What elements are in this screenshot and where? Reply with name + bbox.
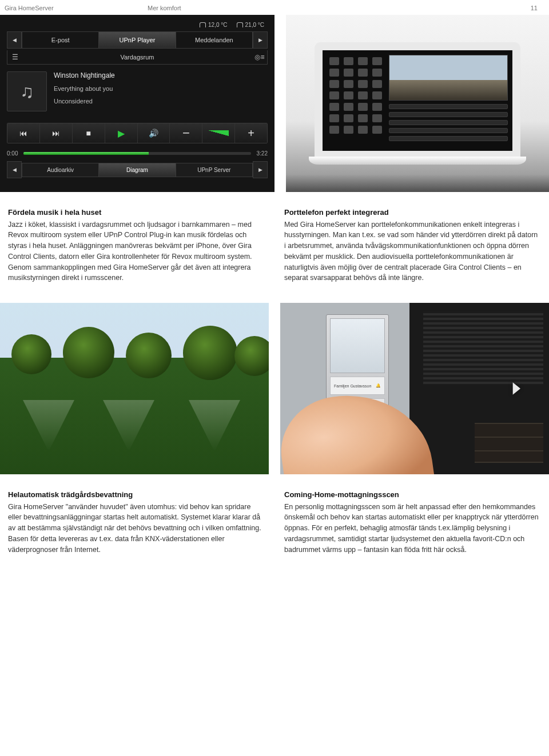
progress-row: 0:00 3:22 — [7, 150, 268, 157]
col-music: Fördela musik i hela huset Jazz i köket,… — [8, 207, 265, 283]
laptop-screen-main — [389, 55, 508, 146]
door-station-screen — [330, 318, 385, 373]
sources-next-button[interactable]: ▶ — [253, 161, 268, 178]
tabs-next-button[interactable]: ▶ — [253, 31, 268, 49]
nameplate-label: Familjen Gustavsson — [334, 384, 371, 388]
garden-photo — [0, 303, 269, 474]
page-number: 11 — [515, 5, 538, 11]
bookshelf — [475, 423, 543, 463]
heading-garden: Helautomatisk trädgårdsbevattning — [8, 489, 265, 501]
laptop-screen-icon-grid — [327, 55, 384, 146]
progress-track[interactable] — [23, 152, 250, 155]
upnp-player-panel: 12,0 °C 21,0 °C ◀ E-post UPnP Player Med… — [0, 15, 274, 192]
volume-up-button[interactable]: + — [235, 123, 267, 143]
tree-icon — [126, 333, 172, 378]
hand — [280, 385, 435, 474]
stop-button[interactable]: ■ — [73, 123, 105, 143]
paragraph-music: Jazz i köket, klassiskt i vardagsrummet … — [8, 219, 265, 284]
transport-controls: ⏮ ⏭ ■ ▶ 🔊 − + — [7, 123, 268, 143]
source-tabs: Audioarkiv Diagram UPnP Server — [22, 163, 253, 177]
sprinkler-icon — [103, 400, 154, 451]
tab-messages[interactable]: Meddelanden — [176, 32, 252, 48]
text-block-2: Helautomatisk trädgårdsbevattning Gira H… — [0, 474, 549, 574]
top-tabs-row: ◀ E-post UPnP Player Meddelanden ▶ — [7, 31, 268, 49]
music-note-icon: ♫ — [20, 81, 34, 102]
volume-down-button[interactable]: − — [170, 123, 202, 143]
cloud-icon — [200, 22, 206, 27]
tree-icon — [63, 327, 114, 378]
bell-icon: 🔔 — [376, 383, 381, 388]
paragraph-cominghome: En personlig mottagningsscen som är helt… — [284, 502, 541, 555]
track-title: Unconsidered — [54, 98, 115, 105]
album-cover: ♫ — [7, 71, 47, 111]
sources-prev-button[interactable]: ◀ — [7, 161, 22, 178]
col-cominghome: Coming-Home-mottagningsscen En personlig… — [284, 489, 541, 555]
track-album: Everything about you — [54, 85, 115, 92]
col-doorphone: Porttelefon perfekt integrerad Med Gira … — [284, 207, 541, 283]
next-button[interactable]: ⏭ — [40, 123, 73, 143]
heading-doorphone: Porttelefon perfekt integrerad — [284, 207, 541, 218]
house-icon — [237, 22, 243, 27]
chevron-right-icon[interactable] — [507, 379, 525, 398]
progress-fill — [23, 152, 148, 155]
room-label: Vardagsrum — [22, 54, 252, 61]
source-audioarchive[interactable]: Audioarkiv — [22, 163, 99, 177]
door-station-nameplate: Familjen Gustavsson 🔔 — [330, 377, 385, 395]
photo-row: Familjen Gustavsson 🔔 GIRA — [0, 303, 549, 474]
room-row: ☰ Vardagsrum ◎≡ — [7, 50, 268, 65]
sprinkler-icon — [189, 400, 240, 451]
source-row: ◀ Audioarkiv Diagram UPnP Server ▶ — [7, 161, 268, 178]
paragraph-garden: Gira HomeServer "använder huvudet" även … — [8, 502, 265, 555]
tree-icon — [11, 334, 51, 374]
laptop — [309, 42, 526, 165]
source-diagram[interactable]: Diagram — [99, 163, 176, 177]
playlist-icon[interactable]: ◎≡ — [252, 50, 267, 64]
volume-wedge-icon — [208, 130, 229, 136]
sprinkler-icon — [23, 400, 74, 451]
track-meta: Winston Nightingale Everything about you… — [54, 71, 115, 105]
list-icon[interactable]: ☰ — [7, 50, 22, 64]
time-total: 3:22 — [257, 150, 268, 157]
source-upnp-server[interactable]: UPnP Server — [176, 163, 252, 177]
heading-cominghome: Coming-Home-mottagningsscen — [284, 489, 541, 501]
tree-icon — [234, 336, 269, 376]
laptop-screen — [315, 42, 520, 157]
paragraph-doorphone: Med Gira HomeServer kan porttelefonkommu… — [284, 219, 541, 284]
play-button[interactable]: ▶ — [105, 123, 138, 143]
blinds — [423, 311, 543, 385]
col-garden: Helautomatisk trädgårdsbevattning Gira H… — [8, 489, 265, 555]
time-elapsed: 0:00 — [7, 150, 18, 157]
laptop-photo — [286, 15, 549, 192]
track-area: ♫ Winston Nightingale Everything about y… — [7, 71, 268, 111]
top-tabs: E-post UPnP Player Meddelanden — [22, 31, 253, 49]
laptop-screen-photo — [389, 55, 508, 101]
speaker-icon[interactable]: 🔊 — [138, 123, 170, 143]
tab-email[interactable]: E-post — [22, 32, 99, 48]
tab-upnp-player[interactable]: UPnP Player — [99, 32, 176, 48]
doorstation-photo: Familjen Gustavsson 🔔 GIRA — [280, 303, 549, 474]
tree-icon — [183, 326, 237, 380]
weather-bar: 12,0 °C 21,0 °C — [7, 22, 268, 28]
laptop-base — [309, 157, 526, 165]
track-artist: Winston Nightingale — [54, 71, 115, 79]
weather-outdoor: 12,0 °C — [200, 22, 227, 28]
text-block-1: Fördela musik i hela huset Jazz i köket,… — [0, 192, 549, 303]
hero-row: 12,0 °C 21,0 °C ◀ E-post UPnP Player Med… — [0, 15, 549, 192]
doc-subtitle: Mer komfort — [148, 5, 515, 11]
laptop-screen-sidebar — [327, 55, 384, 146]
page-header: Gira HomeServer Mer komfort 11 — [0, 0, 549, 15]
doc-title: Gira HomeServer — [5, 5, 148, 11]
prev-button[interactable]: ⏮ — [7, 123, 40, 143]
weather-indoor: 21,0 °C — [237, 22, 264, 28]
tabs-prev-button[interactable]: ◀ — [7, 31, 22, 49]
heading-music: Fördela musik i hela huset — [8, 207, 265, 218]
volume-indicator — [202, 123, 235, 143]
laptop-screen-bars — [389, 104, 508, 141]
